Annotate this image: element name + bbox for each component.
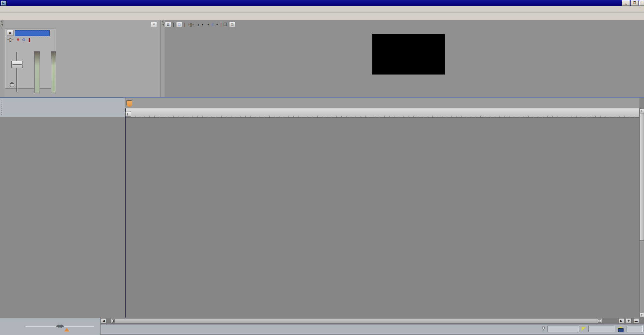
time-ruler[interactable] xyxy=(125,108,639,117)
edit-cursor-handle[interactable] xyxy=(125,111,131,117)
vertical-scroll-thumb[interactable] xyxy=(640,113,644,241)
scroll-left-button[interactable]: ◀ xyxy=(101,318,106,324)
close-button[interactable] xyxy=(639,0,644,6)
zoom-grip-left[interactable] xyxy=(112,319,115,323)
solo-icon[interactable]: ❚ xyxy=(28,37,31,42)
main-toolbar xyxy=(0,13,644,20)
master-meter-right xyxy=(51,51,56,93)
zoom-in-button[interactable]: ✚ xyxy=(626,318,632,324)
rate-marker-icon xyxy=(64,328,69,331)
status-time-field[interactable] xyxy=(547,326,579,332)
horizontal-scroll-thumb[interactable] xyxy=(111,318,602,324)
scroll-up-button[interactable]: ▲ xyxy=(640,108,644,113)
home-icon[interactable] xyxy=(617,326,624,331)
dock-area: ✕◂⋮ ≡ ▣ ∘▯∘ ✹ ⊘ ❚ xyxy=(0,20,644,97)
video-fx-icon[interactable]: ∘▯∘ xyxy=(187,22,195,27)
master-bus-panel: ✕◂⋮ ≡ ▣ ∘▯∘ ✹ ⊘ ❚ xyxy=(0,20,160,97)
split-screen-icon[interactable]: ◑ xyxy=(197,22,199,27)
quality-caret-icon: ▼ xyxy=(207,23,210,26)
external-monitor-icon[interactable]: ▢ xyxy=(176,22,182,27)
master-fader-track xyxy=(16,52,17,92)
menu-bar xyxy=(0,6,644,13)
master-meter-left xyxy=(34,51,40,93)
master-meter-scale xyxy=(40,51,51,92)
timeline-region: ◀◆▶ ▲ ▼ ◀ ▶ ✚ ▬ xyxy=(0,98,644,335)
master-name-field[interactable] xyxy=(15,30,50,36)
video-preview-screen[interactable] xyxy=(372,34,445,75)
zoom-out-button[interactable]: ▬ xyxy=(633,318,639,324)
status-triangle-icon xyxy=(582,327,586,331)
app-icon: ▶ xyxy=(1,1,6,6)
grid-caret-icon[interactable]: ▼ xyxy=(216,23,218,26)
pin-icon[interactable] xyxy=(541,326,545,332)
preview-quality-dropdown[interactable]: ▼ xyxy=(206,23,210,26)
mute-icon[interactable]: ⊘ xyxy=(22,37,25,42)
master-fader-handle[interactable] xyxy=(11,61,23,68)
title-bar: ▶ ▁ ❐ xyxy=(0,0,644,6)
transport-bar xyxy=(101,324,644,334)
status-field-3[interactable] xyxy=(627,326,643,332)
track-view: ▲ ▼ xyxy=(125,98,644,318)
restore-button[interactable]: ❐ xyxy=(631,0,639,6)
automation-gear-icon[interactable]: ✹ xyxy=(16,37,20,42)
video-preview-panel: ✕◂ ▤ | ▢ | ∘▯∘ ◑ ▼ ▼ # ▼ | ❐ ◫ xyxy=(161,20,644,97)
marker-bar[interactable] xyxy=(125,98,639,109)
copy-snapshot-icon[interactable]: ❐ xyxy=(223,22,227,27)
bus-list-icon[interactable]: ≡ xyxy=(151,22,157,27)
scroll-down-button[interactable]: ▼ xyxy=(640,313,644,318)
dock-edge-strip[interactable]: ✕◂⋮ xyxy=(0,20,4,97)
split-screen-caret-icon[interactable]: ▼ xyxy=(201,23,204,26)
time-display-panel xyxy=(0,98,125,117)
rate-panel: ◀◆▶ xyxy=(0,318,100,335)
overlay-grid-icon[interactable]: # xyxy=(212,22,214,27)
rate-slider-handle[interactable]: ◀◆▶ xyxy=(56,323,64,328)
edit-cursor-line xyxy=(125,108,126,318)
preview-edge-strip[interactable]: ✕◂ xyxy=(161,20,165,97)
preview-dock-icon[interactable]: ▤ xyxy=(165,22,171,27)
save-snapshot-icon[interactable]: ◫ xyxy=(229,22,235,27)
zoom-grip-right[interactable] xyxy=(598,319,601,323)
lock-icon[interactable] xyxy=(10,83,14,87)
fx-chain-icon[interactable]: ∘▯∘ xyxy=(7,37,14,42)
horizontal-scrollbar[interactable]: ◀ ▶ ✚ ▬ xyxy=(101,318,644,324)
minimize-button[interactable]: ▁ xyxy=(622,0,630,6)
scroll-right-button[interactable]: ▶ xyxy=(619,318,624,324)
bus-route-icon[interactable]: ▣ xyxy=(7,30,13,36)
marker-tag[interactable] xyxy=(126,100,132,107)
status-field-2[interactable] xyxy=(588,326,614,332)
master-channel-strip: ▣ ∘▯∘ ✹ ⊘ ❚ xyxy=(5,28,56,89)
vertical-scrollbar[interactable]: ▲ ▼ xyxy=(639,108,644,318)
